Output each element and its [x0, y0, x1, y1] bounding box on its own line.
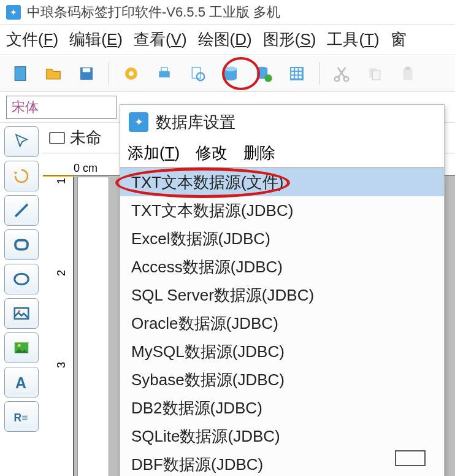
tool-picture[interactable]	[4, 332, 39, 363]
database-refresh-button[interactable]	[253, 63, 275, 85]
grid-icon	[288, 64, 306, 83]
preview-button[interactable]	[186, 63, 208, 85]
picture-icon	[12, 339, 31, 357]
ellipse-icon	[12, 270, 31, 288]
svg-rect-20	[15, 240, 28, 250]
dialog-icon	[129, 112, 148, 132]
print-button[interactable]	[153, 63, 175, 85]
tool-ellipse[interactable]	[4, 264, 39, 294]
cut-button[interactable]	[331, 63, 353, 85]
dialog-menu-modify[interactable]: 修改	[196, 142, 228, 164]
open-button[interactable]	[42, 63, 64, 85]
cursor-icon	[12, 132, 31, 151]
menu-tools[interactable]: 工具(T)	[327, 29, 379, 50]
toolbar	[0, 55, 455, 92]
paste-button[interactable]	[397, 63, 419, 85]
titlebar: 中琅条码标签打印软件-V6.5.5 工业版 多机	[0, 0, 455, 25]
datasource-mysql[interactable]: MySQL数据源(JDBC)	[120, 337, 444, 366]
svg-rect-16	[372, 71, 380, 80]
svg-point-25	[18, 344, 21, 347]
datasource-txt-jdbc[interactable]: TXT文本数据源(JDBC)	[120, 196, 444, 225]
label-page[interactable]	[77, 177, 109, 476]
print-icon	[155, 64, 174, 83]
separator	[109, 63, 109, 85]
svg-rect-2	[83, 68, 91, 72]
svg-point-21	[15, 274, 29, 285]
save-button[interactable]	[75, 63, 98, 85]
database-button[interactable]	[220, 63, 242, 85]
rounded-rect-icon	[12, 236, 31, 254]
tool-image[interactable]	[4, 298, 39, 329]
svg-text:R≡: R≡	[14, 412, 28, 424]
tool-text[interactable]: A	[4, 367, 39, 397]
menu-file[interactable]: 文件(F)	[6, 29, 58, 50]
richtext-icon: R≡	[12, 407, 31, 426]
datasource-txt-file[interactable]: TXT文本数据源(文件)	[120, 168, 444, 196]
text-a-icon: A	[12, 373, 31, 391]
svg-point-13	[335, 77, 340, 82]
dialog-title: 数据库设置	[156, 112, 235, 133]
datasource-sqlite[interactable]: SQLite数据源(JDBC)	[120, 422, 444, 450]
svg-text:A: A	[15, 374, 26, 391]
dialog-header: 数据库设置	[120, 105, 444, 139]
window-title: 中琅条码标签打印软件-V6.5.5 工业版 多机	[27, 3, 280, 21]
svg-rect-5	[159, 71, 170, 77]
menu-window[interactable]: 窗	[391, 29, 407, 50]
cut-icon	[332, 64, 351, 83]
svg-point-4	[129, 71, 134, 76]
svg-point-12	[264, 74, 272, 82]
vruler-tick-1: 1	[55, 178, 68, 184]
rotate-icon	[12, 167, 31, 185]
tool-rotate[interactable]	[4, 161, 39, 191]
paste-icon	[399, 64, 417, 83]
image-icon	[12, 304, 31, 323]
copy-icon	[365, 64, 384, 83]
svg-rect-0	[15, 66, 26, 80]
svg-line-19	[15, 204, 28, 217]
menubar: 文件(F) 编辑(E) 查看(V) 绘图(D) 图形(S) 工具(T) 窗	[0, 25, 455, 55]
open-folder-icon	[44, 64, 63, 83]
datasource-access[interactable]: Access数据源(JDBC)	[120, 253, 444, 281]
datasource-sqlserver[interactable]: SQL Server数据源(JDBC)	[120, 281, 444, 309]
menu-shape[interactable]: 图形(S)	[263, 29, 316, 50]
tool-richtext[interactable]: R≡	[4, 401, 39, 432]
tool-palette: A R≡	[0, 123, 43, 476]
tab-untitled[interactable]: 未命	[49, 127, 102, 148]
new-doc-icon	[11, 64, 29, 83]
svg-rect-6	[161, 67, 167, 71]
tool-line[interactable]	[4, 195, 39, 226]
grid-button[interactable]	[286, 63, 308, 85]
database-icon	[221, 64, 240, 83]
gear-icon	[122, 64, 140, 83]
preview-icon	[188, 64, 207, 83]
font-select[interactable]: 宋体	[6, 96, 117, 119]
menu-draw[interactable]: 绘图(D)	[198, 29, 252, 50]
new-doc-button[interactable]	[9, 63, 31, 85]
settings-button[interactable]	[120, 63, 142, 85]
tool-select[interactable]	[4, 126, 39, 157]
tool-roundrect[interactable]	[4, 229, 39, 260]
datasource-sybase[interactable]: Sybase数据源(JDBC)	[120, 366, 444, 394]
copy-button[interactable]	[364, 63, 386, 85]
dialog-menu: 添加(T) 修改 删除	[120, 139, 444, 167]
font-select-value: 宋体	[12, 98, 39, 117]
svg-point-23	[18, 310, 20, 312]
save-icon	[77, 64, 96, 83]
database-refresh-icon	[254, 64, 273, 83]
line-icon	[12, 201, 31, 220]
separator	[319, 63, 319, 85]
app-icon	[6, 5, 21, 20]
dialog-footer-button[interactable]	[395, 450, 426, 466]
vertical-ruler: 1 2 3	[43, 175, 74, 476]
menu-view[interactable]: 查看(V)	[134, 29, 187, 50]
dialog-menu-add[interactable]: 添加(T)	[128, 142, 180, 164]
menu-edit[interactable]: 编辑(E)	[69, 29, 123, 50]
datasource-db2[interactable]: DB2数据源(JDBC)	[120, 394, 444, 422]
dialog-menu-delete[interactable]: 删除	[243, 142, 275, 164]
database-dialog: 数据库设置 添加(T) 修改 删除 TXT文本数据源(文件) TXT文本数据源(…	[120, 104, 445, 476]
tab-label: 未命	[70, 127, 102, 148]
datasource-excel[interactable]: Excel数据源(JDBC)	[120, 225, 444, 253]
datasource-oracle[interactable]: Oracle数据源(JDBC)	[120, 309, 444, 337]
svg-point-14	[344, 77, 349, 82]
document-icon	[49, 132, 65, 144]
